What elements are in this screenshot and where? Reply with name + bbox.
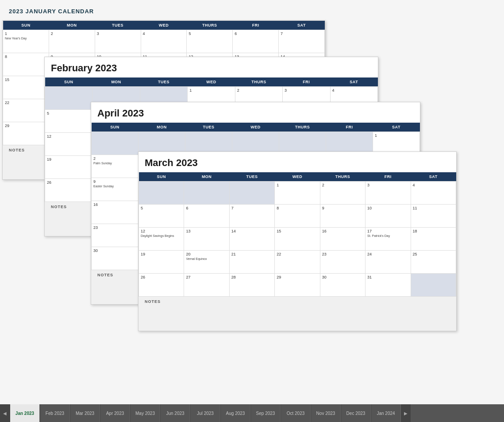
table-row: 1 [275, 182, 320, 205]
day-number: 8 [5, 54, 47, 59]
tab-sep-2023[interactable]: Sep 2023 [250, 404, 281, 422]
day-number: 2 [237, 88, 281, 93]
day-number: 7 [281, 31, 323, 36]
table-row: 25 [411, 251, 456, 274]
table-row: 26 [139, 274, 184, 297]
table-row: 6 [184, 205, 229, 228]
table-row: 4 [141, 30, 187, 53]
day-number: 23 [93, 225, 136, 230]
jan-fri-header: FRI [233, 21, 279, 30]
day-number: 30 [93, 248, 136, 253]
tab-bar: ◀ Jan 2023 Feb 2023 Mar 2023 Apr 2023 Ma… [0, 404, 504, 422]
table-row: 20Vernal Equinox [184, 251, 229, 274]
table-row [411, 274, 456, 297]
day-number: 2 [322, 183, 363, 187]
tab-dec-2023[interactable]: Dec 2023 [341, 404, 371, 422]
tab-oct-2023[interactable]: Oct 2023 [281, 404, 311, 422]
tab-next-button[interactable]: ▶ [401, 404, 411, 422]
feb-fri-header: FRI [283, 77, 330, 87]
day-number: 17 [367, 229, 408, 233]
mar-notes-area [139, 306, 456, 331]
apr-thurs-header: THURS [279, 123, 326, 132]
table-row: 21 [229, 251, 274, 274]
day-number: 4 [332, 88, 376, 93]
day-number: 18 [413, 229, 454, 233]
tab-jun-2023[interactable]: Jun 2023 [160, 404, 190, 422]
jan-wed-header: WED [141, 21, 187, 30]
day-number: 2 [51, 31, 93, 36]
day-number: 1 [277, 183, 318, 187]
feb-title: February 2023 [45, 57, 378, 77]
feb-mon-header: MON [92, 77, 140, 87]
feb-sat-header: SAT [330, 77, 377, 87]
table-row: 7 [279, 30, 325, 53]
mar-notes-label: NOTES [139, 297, 456, 306]
feb-wed-header: WED [188, 77, 235, 87]
day-number: 12 [141, 229, 182, 233]
holiday-label: St. Patrick's Day [367, 234, 408, 237]
table-row: 16 [92, 201, 139, 224]
table-row: 26 [45, 179, 92, 202]
day-number: 9 [322, 206, 363, 210]
day-number: 25 [413, 252, 454, 256]
tab-apr-2023[interactable]: Apr 2023 [100, 404, 130, 422]
tab-mar-2023[interactable]: Mar 2023 [70, 404, 100, 422]
day-number: 26 [141, 275, 182, 279]
day-number: 16 [322, 229, 363, 233]
main-content: 2023 JANUARY CALENDAR January 2023 SUN M… [0, 0, 504, 404]
day-number: 22 [5, 101, 47, 105]
table-row [184, 182, 229, 205]
apr-title: April 2023 [91, 102, 420, 123]
table-row: 22 [275, 251, 320, 274]
mar-thurs-header: THURS [320, 172, 365, 182]
tab-aug-2023[interactable]: Aug 2023 [220, 404, 250, 422]
apr-tues-header: TUES [185, 123, 232, 132]
table-row: 12Daylight Savings Begins [139, 228, 184, 251]
day-number: 15 [5, 77, 47, 82]
table-row: 27 [184, 274, 229, 297]
apr-fri-header: FRI [326, 123, 373, 132]
tab-bar-inner: ◀ Jan 2023 Feb 2023 Mar 2023 Apr 2023 Ma… [0, 404, 504, 422]
jan-sun-header: SUN [3, 21, 49, 30]
table-row: 10 [365, 205, 411, 228]
day-number: 12 [47, 134, 90, 139]
table-row: 9Easter Sunday [92, 178, 139, 201]
mar-mon-header: MON [184, 172, 229, 182]
table-row: 15 [275, 228, 320, 251]
table-row: 8 [275, 205, 320, 228]
table-row: 2 [320, 182, 365, 205]
tab-jan-2024[interactable]: Jan 2024 [371, 404, 401, 422]
day-number: 9 [93, 179, 136, 184]
feb-sun-header: SUN [45, 77, 92, 87]
tab-jan-2023[interactable]: Jan 2023 [10, 404, 40, 422]
tab-may-2023[interactable]: May 2023 [130, 404, 160, 422]
tab-nov-2023[interactable]: Nov 2023 [311, 404, 341, 422]
mar-sun-header: SUN [139, 172, 184, 182]
holiday-label: New Year's Day [5, 37, 47, 40]
day-number: 7 [231, 206, 273, 210]
day-number: 2 [93, 156, 136, 161]
table-row [229, 182, 274, 205]
holiday-label: Easter Sunday [93, 185, 136, 188]
feb-tues-header: TUES [140, 77, 187, 87]
table-row: 9 [320, 205, 365, 228]
tab-jul-2023[interactable]: Jul 2023 [190, 404, 220, 422]
apr-sun-header: SUN [92, 123, 139, 132]
table-row: 28 [229, 274, 274, 297]
table-row: 13 [184, 228, 229, 251]
table-row: 23 [320, 251, 365, 274]
day-number: 5 [189, 31, 231, 36]
tab-prev-button[interactable]: ◀ [0, 404, 10, 422]
table-row: 4 [411, 182, 456, 205]
day-number: 29 [5, 124, 47, 128]
table-row: 14 [229, 228, 274, 251]
mar-title: March 2023 [139, 152, 456, 172]
table-row: 31 [365, 274, 411, 297]
jan-tues-header: TUES [95, 21, 141, 30]
table-row: 16 [320, 228, 365, 251]
tab-feb-2023[interactable]: Feb 2023 [40, 404, 70, 422]
day-number: 19 [47, 157, 90, 162]
day-number: 29 [277, 275, 318, 279]
apr-sat-header: SAT [373, 123, 420, 132]
day-number: 8 [277, 206, 318, 210]
